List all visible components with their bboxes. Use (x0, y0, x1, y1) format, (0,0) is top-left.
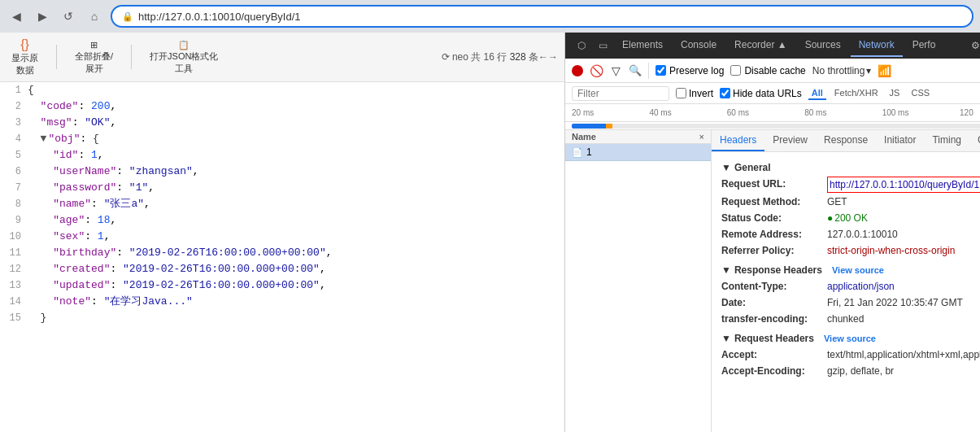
settings-icon[interactable]: ⚙ (965, 36, 980, 55)
filter-fetch-xhr[interactable]: Fetch/XHR (831, 87, 882, 100)
content-type-row: Content-Type: application/json (721, 279, 980, 294)
request-item-1[interactable]: 📄 1 (565, 144, 711, 161)
hide-urls-checkbox[interactable] (720, 88, 730, 98)
tab-network[interactable]: Network (851, 34, 903, 57)
accept-encoding-label: Accept-Encoding: (721, 364, 827, 378)
tab-recorder[interactable]: Recorder ▲ (726, 34, 795, 57)
tab-elements[interactable]: Elements (614, 34, 671, 57)
raw-icon: {} (20, 37, 29, 52)
collapse-button[interactable]: ⊞ 全部折叠/ 展开 (70, 38, 118, 76)
request-headers-arrow-icon: ▼ (721, 333, 731, 344)
toolbar-divider (56, 45, 57, 69)
json-line: 11 "birthday": "2019-02-26T16:00:00.000+… (0, 245, 564, 261)
clear-button[interactable]: 🚫 (590, 64, 603, 77)
home-button[interactable]: ⌂ (85, 7, 104, 26)
invert-checkbox[interactable] (676, 88, 686, 98)
tab-preview[interactable]: Preview (764, 130, 816, 151)
reload-button[interactable]: ↺ (59, 7, 78, 26)
status-code-label: Status Code: (721, 211, 827, 225)
tab-headers[interactable]: Headers (712, 130, 764, 151)
display-raw-button[interactable]: {} 显示原 数据 (7, 36, 43, 78)
response-headers-arrow-icon: ▼ (721, 264, 731, 276)
hide-urls-text: Hide data URLs (733, 88, 802, 99)
inspect-icon[interactable]: ⬡ (572, 36, 591, 55)
json-line: 15 } (0, 310, 564, 326)
content-type-label: Content-Type: (721, 279, 827, 294)
wifi-icon[interactable]: 📶 (878, 64, 891, 77)
general-arrow-icon: ▼ (721, 162, 731, 173)
preserve-log-text: Preserve log (669, 65, 724, 76)
tab-response[interactable]: Response (816, 130, 876, 151)
filter-button[interactable]: ▽ (609, 64, 622, 77)
format-icon: 📋 (178, 40, 189, 50)
json-line: 2 "code": 200, (0, 98, 564, 115)
req-close-header[interactable]: × (699, 132, 704, 142)
json-line: 13 "updated": "2019-02-26T16:00:00.000+0… (0, 277, 564, 294)
filter-bar: Invert Hide data URLs All Fetch/XHR JS C… (565, 83, 980, 104)
transfer-encoding-value: chunked (827, 312, 864, 326)
view-request-source[interactable]: View source (824, 334, 876, 343)
network-toolbar: 🚫 ▽ 🔍 Preserve log Disable cache No thro… (565, 59, 980, 83)
address-text: http://127.0.0.1:10010/queryById/1 (138, 11, 300, 23)
json-line: 6 "userName": "zhangsan", (0, 164, 564, 180)
json-line: 5 "id": 1, (0, 147, 564, 164)
device-icon[interactable]: ▭ (593, 36, 612, 55)
tab-perf[interactable]: Perfo (904, 34, 944, 57)
json-format-button[interactable]: 📋 打开JSON格式化 工具 (145, 38, 223, 76)
neo-arrows: 条←→ (529, 51, 558, 63)
lock-icon: 🔒 (122, 11, 133, 22)
date-row: Date: Fri, 21 Jan 2022 10:35:47 GMT (721, 295, 980, 310)
json-toolbar: {} 显示原 数据 ⊞ 全部折叠/ 展开 📋 打开JSON格式化 工具 ⟳ ne… (0, 33, 564, 82)
progress-bar-row (565, 122, 980, 130)
json-panel: {} 显示原 数据 ⊞ 全部折叠/ 展开 📋 打开JSON格式化 工具 ⟳ ne… (0, 33, 565, 432)
search-button[interactable]: 🔍 (629, 64, 642, 77)
tl-100ms: 100 ms (882, 108, 960, 117)
tab-timing[interactable]: Timing (924, 130, 969, 151)
tab-initiator[interactable]: Initiator (876, 130, 924, 151)
progress-blue (572, 124, 606, 129)
request-method-value: GET (827, 194, 847, 209)
hide-urls-label: Hide data URLs (720, 88, 802, 99)
no-throttling-select[interactable]: No throttling ▾ (812, 65, 872, 76)
divider (648, 63, 649, 79)
browser-chrome: ◀ ▶ ↺ ⌂ 🔒 http://127.0.0.1:10010/queryBy… (0, 0, 980, 33)
json-line: 9 "age": 18, (0, 212, 564, 229)
accept-value: text/html,application/xhtml+xml,applicat… (827, 347, 980, 362)
referrer-policy-value: strict-origin-when-cross-origin (827, 243, 955, 258)
response-headers-title: ▼ Response Headers View source (721, 264, 980, 276)
neo-count: 328 (510, 51, 526, 63)
request-item-name: 1 (586, 146, 592, 158)
referrer-policy-row: Referrer Policy: strict-origin-when-cros… (721, 243, 980, 258)
disable-cache-text: Disable cache (744, 65, 805, 76)
filter-css[interactable]: CSS (908, 87, 933, 100)
tab-cookies[interactable]: Cookies (969, 130, 980, 151)
req-list-header: Name × (565, 130, 711, 144)
disable-cache-label: Disable cache (730, 65, 805, 76)
view-response-source[interactable]: View source (832, 265, 884, 275)
back-button[interactable]: ◀ (7, 7, 26, 26)
detail-content: ▼ ▼ General General Request URL: http://… (712, 152, 980, 432)
filter-input[interactable] (572, 86, 669, 101)
devtools-panel: ⬡ ▭ Elements Console Recorder ▲ Sources … (565, 33, 980, 432)
accept-label: Accept: (721, 347, 827, 362)
tab-console[interactable]: Console (673, 34, 725, 57)
filter-js[interactable]: JS (886, 87, 904, 100)
filter-all[interactable]: All (808, 87, 826, 100)
json-line: 7 "password": "1", (0, 180, 564, 196)
referrer-policy-label: Referrer Policy: (721, 243, 827, 258)
status-code-row: Status Code: ● 200 OK (721, 211, 980, 225)
date-value: Fri, 21 Jan 2022 10:35:47 GMT (827, 295, 963, 310)
address-bar[interactable]: 🔒 http://127.0.0.1:10010/queryById/1 (111, 5, 973, 28)
tab-sources[interactable]: Sources (797, 34, 849, 57)
invert-label: Invert (676, 88, 713, 99)
invert-text: Invert (689, 88, 713, 99)
general-section-title: ▼ ▼ General General (721, 162, 980, 173)
timeline-container: 20 ms 40 ms 60 ms 80 ms 100 ms 120 (565, 104, 980, 122)
disable-cache-checkbox[interactable] (730, 65, 741, 76)
forward-button[interactable]: ▶ (33, 7, 52, 26)
neo-info: ⟳ neo 共 16 行 328 条←→ (442, 50, 558, 64)
preserve-log-checkbox[interactable] (656, 65, 666, 76)
nav-bar: ◀ ▶ ↺ ⌂ 🔒 http://127.0.0.1:10010/queryBy… (0, 0, 980, 33)
record-button[interactable] (572, 65, 583, 76)
json-content[interactable]: 1 { 2 "code": 200, 3 "msg": "OK", 4 ▼"ob… (0, 82, 564, 432)
